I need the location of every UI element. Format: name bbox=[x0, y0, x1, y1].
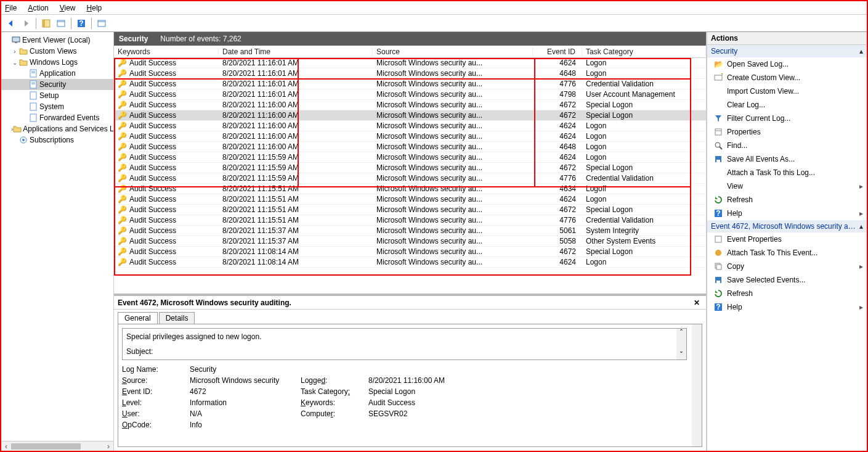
grid-header[interactable]: Keywords Date and Time Source Event ID T… bbox=[114, 46, 706, 58]
menu-file[interactable]: File bbox=[5, 4, 17, 12]
msg-scrollbar[interactable]: ˆˇ bbox=[676, 329, 686, 360]
copy-icon bbox=[713, 261, 723, 271]
center-header: Security Number of events: 7,262 bbox=[114, 32, 706, 46]
action-attach-task-event[interactable]: Attach Task To This Event... bbox=[707, 246, 867, 260]
event-row[interactable]: 🔑Audit Success8/20/2021 11:16:00 AMMicro… bbox=[114, 100, 706, 110]
action-event-properties[interactable]: Event Properties bbox=[707, 232, 867, 246]
event-row[interactable]: 🔑Audit Success8/20/2021 11:16:01 AMMicro… bbox=[114, 79, 706, 89]
action-clear-log[interactable]: Clear Log... bbox=[707, 98, 867, 112]
col-keywords[interactable]: Keywords bbox=[114, 47, 219, 56]
menu-action[interactable]: Action bbox=[28, 4, 48, 12]
actions-section-security[interactable]: Security ▴ bbox=[707, 45, 867, 57]
action-copy[interactable]: Copy▸ bbox=[707, 260, 867, 273]
computer-icon bbox=[11, 35, 21, 45]
col-source[interactable]: Source bbox=[373, 47, 533, 56]
action-help[interactable]: ?Help▸ bbox=[707, 207, 867, 220]
event-row[interactable]: 🔑Audit Success8/20/2021 11:15:51 AMMicro… bbox=[114, 194, 706, 205]
tree-application[interactable]: Application bbox=[1, 68, 113, 79]
chevron-right-icon: ▸ bbox=[859, 262, 863, 271]
tree-custom-views[interactable]: › Custom Views bbox=[1, 46, 113, 57]
key-icon: 🔑 bbox=[118, 142, 127, 151]
folder-open-icon bbox=[18, 57, 28, 67]
event-row[interactable]: 🔑Audit Success8/20/2021 11:08:14 AMMicro… bbox=[114, 247, 706, 257]
tree-h-scrollbar[interactable]: ‹ › bbox=[1, 441, 113, 451]
action-create-custom-view[interactable]: ✦Create Custom View... bbox=[707, 71, 867, 84]
event-row[interactable]: 🔑Audit Success8/20/2021 11:15:51 AMMicro… bbox=[114, 184, 706, 194]
center-event-count: Number of events: 7,262 bbox=[160, 35, 241, 43]
action-attach-task-log[interactable]: Attach a Task To this Log... bbox=[707, 166, 867, 179]
lbl-source: Source: bbox=[122, 376, 190, 385]
close-icon[interactable]: ✕ bbox=[691, 298, 702, 307]
tree-pane: Event Viewer (Local) › Custom Views ⌄ Wi… bbox=[1, 32, 114, 451]
action-find[interactable]: Find... bbox=[707, 139, 867, 152]
back-button[interactable] bbox=[5, 17, 17, 30]
action-view[interactable]: View▸ bbox=[707, 179, 867, 193]
action-import-custom-view[interactable]: Import Custom View... bbox=[707, 84, 867, 98]
lbl-logged: Logged: bbox=[301, 376, 368, 385]
event-row[interactable]: 🔑Audit Success8/20/2021 11:15:59 AMMicro… bbox=[114, 163, 706, 173]
action-save-all[interactable]: Save All Events As... bbox=[707, 152, 867, 166]
actions-section-event[interactable]: Event 4672, Microsoft Windows security a… bbox=[707, 220, 867, 232]
event-row[interactable]: 🔑Audit Success8/20/2021 11:16:00 AMMicro… bbox=[114, 142, 706, 152]
svg-point-32 bbox=[715, 250, 721, 256]
lbl-computer: Computer: bbox=[301, 409, 368, 418]
center-pane: Security Number of events: 7,262 Keyword… bbox=[114, 32, 707, 451]
event-row[interactable]: 🔑Audit Success8/20/2021 11:15:51 AMMicro… bbox=[114, 205, 706, 215]
tree-security-label: Security bbox=[39, 80, 66, 89]
action-refresh[interactable]: Refresh bbox=[707, 193, 867, 207]
event-grid[interactable]: Keywords Date and Time Source Event ID T… bbox=[114, 46, 706, 294]
menu-help[interactable]: Help bbox=[87, 4, 102, 12]
event-row[interactable]: 🔑Audit Success8/20/2021 11:15:37 AMMicro… bbox=[114, 226, 706, 236]
tab-general[interactable]: General bbox=[118, 312, 158, 324]
tree-root[interactable]: Event Viewer (Local) bbox=[1, 35, 113, 46]
show-hide-tree-button[interactable] bbox=[40, 17, 52, 30]
lbl-eventid: Event ID: bbox=[122, 387, 190, 396]
export-list-button[interactable] bbox=[55, 17, 67, 30]
tab-details[interactable]: Details bbox=[159, 312, 195, 324]
refresh-schema-button[interactable] bbox=[95, 17, 108, 30]
event-row[interactable]: 🔑Audit Success8/20/2021 11:15:37 AMMicro… bbox=[114, 236, 706, 247]
chevron-right-icon: ▸ bbox=[859, 209, 863, 218]
help-button[interactable]: ? bbox=[75, 17, 87, 30]
tree-system[interactable]: System bbox=[1, 101, 113, 112]
event-row[interactable]: 🔑Audit Success8/20/2021 11:16:00 AMMicro… bbox=[114, 110, 706, 121]
col-datetime[interactable]: Date and Time bbox=[219, 47, 373, 56]
action-properties[interactable]: Properties bbox=[707, 125, 867, 139]
log-icon bbox=[28, 102, 38, 112]
forward-button[interactable] bbox=[20, 17, 32, 30]
tree-security[interactable]: Security bbox=[1, 79, 113, 90]
action-save-selected[interactable]: Save Selected Events... bbox=[707, 273, 867, 287]
detail-scrollbar[interactable] bbox=[692, 324, 702, 446]
svg-rect-18 bbox=[30, 114, 36, 121]
properties-icon bbox=[713, 234, 723, 244]
log-icon bbox=[28, 91, 38, 101]
action-filter-log[interactable]: Filter Current Log... bbox=[707, 112, 867, 125]
tree-forwarded[interactable]: Forwarded Events bbox=[1, 112, 113, 123]
detail-properties: Log Name: Security Source: Microsoft Win… bbox=[122, 365, 687, 429]
action-open-saved-log[interactable]: 📂Open Saved Log... bbox=[707, 57, 867, 71]
log-icon bbox=[28, 113, 38, 123]
tree-setup[interactable]: Setup bbox=[1, 90, 113, 101]
event-row[interactable]: 🔑Audit Success8/20/2021 11:16:00 AMMicro… bbox=[114, 121, 706, 131]
tree-apps-services[interactable]: › Applications and Services Lo bbox=[1, 123, 113, 134]
lbl-logname: Log Name: bbox=[122, 365, 190, 374]
tree-subscriptions[interactable]: Subscriptions bbox=[1, 134, 113, 146]
event-row[interactable]: 🔑Audit Success8/20/2021 11:16:00 AMMicro… bbox=[114, 131, 706, 142]
col-taskcat[interactable]: Task Category bbox=[582, 47, 706, 56]
menu-view[interactable]: View bbox=[60, 4, 76, 12]
col-eventid[interactable]: Event ID bbox=[533, 47, 582, 56]
action-refresh-2[interactable]: Refresh bbox=[707, 287, 867, 300]
action-help-2[interactable]: ?Help▸ bbox=[707, 300, 867, 314]
key-icon: 🔑 bbox=[118, 80, 127, 88]
event-row[interactable]: 🔑Audit Success8/20/2021 11:16:01 AMMicro… bbox=[114, 58, 706, 68]
tree-windows-logs[interactable]: ⌄ Windows Logs bbox=[1, 57, 113, 68]
event-row[interactable]: 🔑Audit Success8/20/2021 11:15:59 AMMicro… bbox=[114, 152, 706, 163]
event-row[interactable]: 🔑Audit Success8/20/2021 11:16:01 AMMicro… bbox=[114, 68, 706, 79]
event-row[interactable]: 🔑Audit Success8/20/2021 11:15:59 AMMicro… bbox=[114, 173, 706, 184]
folder-icon bbox=[18, 46, 28, 56]
event-row[interactable]: 🔑Audit Success8/20/2021 11:08:14 AMMicro… bbox=[114, 257, 706, 268]
svg-text:✦: ✦ bbox=[720, 73, 723, 78]
event-row[interactable]: 🔑Audit Success8/20/2021 11:15:51 AMMicro… bbox=[114, 215, 706, 226]
svg-rect-16 bbox=[30, 92, 36, 99]
event-row[interactable]: 🔑Audit Success8/20/2021 11:16:01 AMMicro… bbox=[114, 89, 706, 100]
